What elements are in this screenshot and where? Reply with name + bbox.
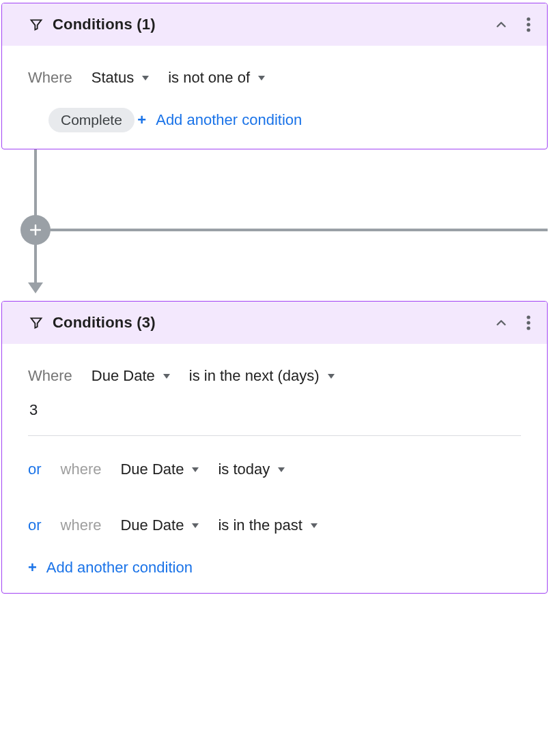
- conjunction-label[interactable]: or: [28, 461, 42, 478]
- plus-icon: +: [137, 113, 146, 128]
- flow-connector: [1, 149, 548, 301]
- caret-down-icon: [311, 523, 318, 528]
- funnel-icon: [29, 18, 43, 31]
- condition-row: or where Due Date is in the past: [28, 510, 521, 541]
- svg-point-4: [526, 321, 530, 324]
- svg-point-0: [526, 17, 530, 20]
- field-value: Due Date: [120, 461, 184, 478]
- collapse-icon[interactable]: [494, 17, 509, 32]
- value-chip[interactable]: Complete: [48, 108, 135, 132]
- where-label: where: [61, 517, 102, 534]
- collapse-icon[interactable]: [494, 315, 509, 330]
- add-condition-button[interactable]: + Add another condition: [137, 111, 302, 129]
- caret-down-icon: [328, 374, 335, 379]
- operator-value: is not one of: [168, 69, 250, 87]
- conjunction-label[interactable]: or: [28, 517, 42, 534]
- connector-line: [34, 242, 37, 284]
- field-value: Status: [92, 69, 134, 87]
- where-label: where: [61, 461, 102, 478]
- field-dropdown[interactable]: Due Date: [120, 461, 199, 478]
- caret-down-icon: [142, 76, 149, 81]
- caret-down-icon: [163, 374, 170, 379]
- operator-dropdown[interactable]: is not one of: [168, 69, 265, 87]
- operator-value: is today: [218, 461, 270, 478]
- field-value: Due Date: [120, 517, 184, 534]
- operator-value: is in the past: [218, 517, 302, 534]
- add-condition-label: Add another condition: [46, 559, 193, 577]
- where-label: Where: [28, 367, 72, 385]
- operator-dropdown[interactable]: is in the past: [218, 517, 318, 534]
- operator-dropdown[interactable]: is in the next (days): [189, 367, 335, 385]
- card-header: Conditions (3): [2, 302, 547, 344]
- add-condition-button[interactable]: + Add another condition: [28, 559, 193, 577]
- where-label: Where: [28, 69, 72, 87]
- value-input[interactable]: 3: [28, 398, 521, 422]
- card-title: Conditions (3): [53, 314, 156, 332]
- add-step-button[interactable]: [20, 215, 51, 245]
- operator-value: is in the next (days): [189, 367, 320, 385]
- field-dropdown[interactable]: Status: [92, 69, 149, 87]
- plus-icon: +: [28, 560, 37, 575]
- funnel-icon: [29, 316, 43, 330]
- field-dropdown[interactable]: Due Date: [92, 367, 170, 385]
- divider: [28, 435, 521, 436]
- conditions-card: Conditions (3) Where Due Date is in the …: [1, 301, 548, 594]
- card-header: Conditions (1): [2, 3, 547, 46]
- caret-down-icon: [192, 467, 199, 472]
- condition-row: or where Due Date is today: [28, 454, 521, 485]
- card-body: Where Due Date is in the next (days) 3 o…: [2, 344, 547, 593]
- connector-line: [34, 149, 37, 218]
- caret-down-icon: [192, 523, 199, 528]
- condition-row: Where Due Date is in the next (days): [28, 360, 521, 392]
- svg-point-3: [526, 315, 530, 319]
- arrow-down-icon: [28, 282, 43, 293]
- caret-down-icon: [278, 467, 285, 472]
- card-title: Conditions (1): [53, 16, 156, 33]
- svg-point-5: [526, 326, 530, 330]
- field-value: Due Date: [92, 367, 155, 385]
- connector-branch-line: [49, 229, 548, 231]
- add-condition-label: Add another condition: [156, 111, 302, 129]
- condition-row: Where Status is not one of: [28, 62, 521, 93]
- svg-point-2: [526, 28, 530, 31]
- conditions-card: Conditions (1) Where Status is not one o…: [1, 3, 548, 149]
- more-options-icon[interactable]: [526, 315, 531, 330]
- field-dropdown[interactable]: Due Date: [120, 517, 199, 534]
- svg-point-1: [526, 23, 530, 26]
- caret-down-icon: [258, 76, 265, 81]
- card-body: Where Status is not one of Complete + Ad…: [2, 46, 547, 149]
- more-options-icon[interactable]: [526, 17, 531, 32]
- operator-dropdown[interactable]: is today: [218, 461, 285, 478]
